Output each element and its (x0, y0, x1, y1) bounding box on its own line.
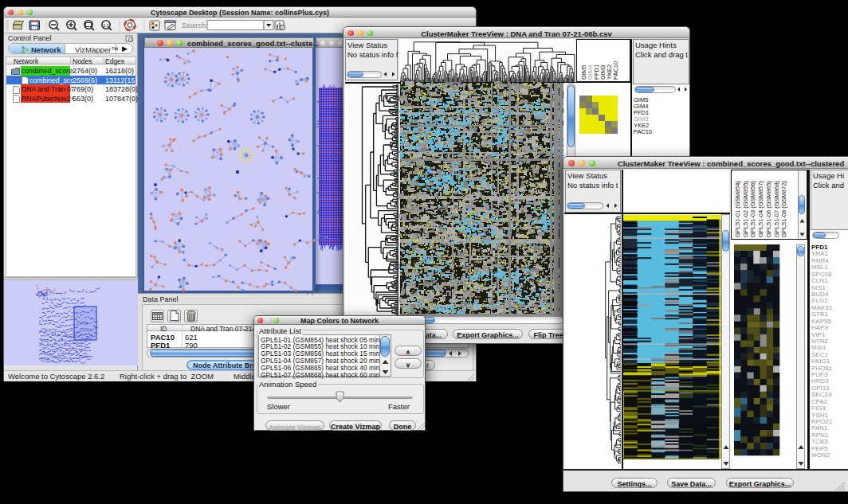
svg-text:1:1: 1:1 (103, 23, 109, 28)
svg-text:Search:: Search: (182, 21, 208, 29)
